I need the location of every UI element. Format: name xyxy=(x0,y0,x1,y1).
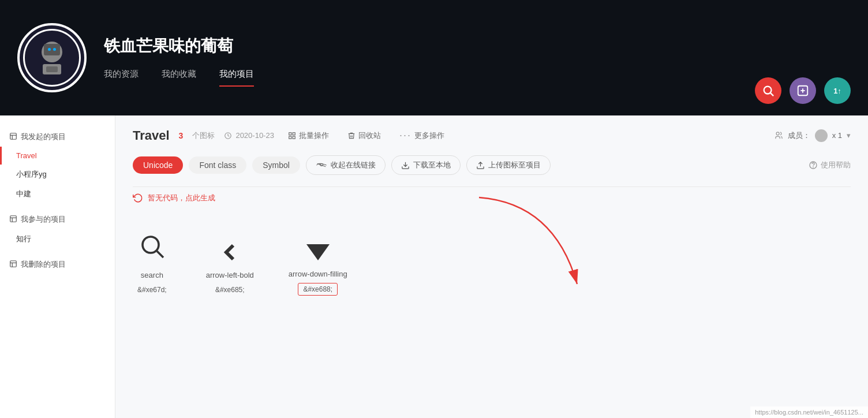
batch-label: 批量操作 xyxy=(299,130,329,141)
header: 铁血芒果味的葡萄 我的资源 我的收藏 我的项目 1↑ xyxy=(0,0,868,115)
user-button[interactable]: 1↑ xyxy=(824,77,851,104)
toolbar: Unicode Font class Symbol 收起在线链接 下载至本地 xyxy=(133,155,851,175)
svg-point-0 xyxy=(764,87,772,94)
code-notice-text: 暂无代码，点此生成 xyxy=(148,193,215,203)
user-initials: 1↑ xyxy=(833,87,841,95)
sidebar-participated-icon xyxy=(9,215,17,225)
code-notice[interactable]: 暂无代码，点此生成 xyxy=(133,193,851,203)
clock-icon xyxy=(224,132,232,140)
sidebar-item-zhixing[interactable]: 知行 xyxy=(0,229,115,249)
icon-item-arrow-left: arrow-left-bold &#xe685; xyxy=(206,238,254,296)
project-count: 3 xyxy=(179,131,184,140)
icon-code-arrow-down: &#xe688; xyxy=(298,283,338,296)
trash-icon xyxy=(347,132,356,140)
sidebar-item-zhongjian[interactable]: 中建 xyxy=(0,184,115,204)
members-section: 成员： x 1 ▾ xyxy=(775,129,851,142)
sidebar-section-participated: 我参与的项目 知行 xyxy=(0,210,115,249)
header-nav: 我的资源 我的收藏 我的项目 xyxy=(104,69,851,87)
icon-name-arrow-left: arrow-left-bold xyxy=(206,271,254,279)
search-button[interactable] xyxy=(755,77,781,104)
more-dots-icon: ··· xyxy=(399,129,411,141)
download-icon xyxy=(401,161,410,170)
content-area: Travel 3 个图标 2020-10-23 批量操作 xyxy=(115,115,868,418)
help-icon xyxy=(809,161,818,170)
sidebar-item-miniprogram[interactable]: 小程序yg xyxy=(0,165,115,184)
robot-eye-left xyxy=(48,48,51,51)
deleted-icon xyxy=(9,260,17,268)
project-header: Travel 3 个图标 2020-10-23 批量操作 xyxy=(133,127,851,144)
sidebar-section-title-participated[interactable]: 我参与的项目 xyxy=(0,210,115,229)
nav-item-projects[interactable]: 我的项目 xyxy=(219,69,254,87)
sidebar-section-title-deleted[interactable]: 我删除的项目 xyxy=(0,255,115,274)
upload-icon xyxy=(476,161,485,170)
robot-face xyxy=(44,44,60,55)
sidebar-section-initiated: 我发起的项目 Travel 小程序yg 中建 xyxy=(0,127,115,204)
svg-point-19 xyxy=(776,132,779,135)
add-project-button[interactable] xyxy=(790,77,816,104)
refresh-icon xyxy=(133,193,143,203)
svg-line-28 xyxy=(157,251,163,257)
svg-rect-16 xyxy=(293,132,295,135)
collapse-link-button[interactable]: 收起在线链接 xyxy=(306,155,386,175)
sidebar-item-travel-label: Travel xyxy=(16,151,37,160)
members-count: x 1 xyxy=(832,131,842,140)
svg-rect-5 xyxy=(10,133,17,139)
batch-action-button[interactable]: 批量操作 xyxy=(283,128,334,143)
robot-torso xyxy=(43,64,61,74)
help-label: 使用帮助 xyxy=(821,160,851,170)
eye-slash-icon xyxy=(316,162,327,169)
icon-code-search: &#xe67d; xyxy=(133,284,171,296)
sidebar-initiated-label: 我发起的项目 xyxy=(21,132,66,142)
search-icon xyxy=(762,84,775,97)
collapse-link-label: 收起在线链接 xyxy=(331,160,376,170)
trash-button[interactable]: 回收站 xyxy=(343,128,386,143)
search-symbol-icon xyxy=(138,232,166,266)
svg-point-25 xyxy=(813,167,814,167)
tab-symbol[interactable]: Symbol xyxy=(252,156,300,174)
tab-unicode[interactable]: Unicode xyxy=(133,156,183,174)
robot-head xyxy=(42,42,62,62)
help-button[interactable]: 使用帮助 xyxy=(809,160,851,170)
more-action-button[interactable]: ··· 更多操作 xyxy=(395,127,449,144)
avatar-ring xyxy=(23,29,81,87)
project-title: Travel xyxy=(133,128,170,143)
sidebar-section-deleted: 我删除的项目 xyxy=(0,255,115,274)
members-chevron-icon[interactable]: ▾ xyxy=(847,131,851,140)
robot-avatar xyxy=(42,42,62,74)
sidebar-initiated-icon xyxy=(9,132,17,142)
svg-line-20 xyxy=(317,163,326,166)
tab-fontclass[interactable]: Font class xyxy=(189,156,246,174)
project-count-label: 个图标 xyxy=(192,130,215,141)
sidebar-section-title-initiated[interactable]: 我发起的项目 xyxy=(0,127,115,147)
upload-button[interactable]: 上传图标至项目 xyxy=(466,155,551,175)
sidebar-item-zhixing-label: 知行 xyxy=(16,234,31,243)
icon-item-search: search &#xe67d; xyxy=(133,232,171,296)
sidebar-item-miniprogram-label: 小程序yg xyxy=(16,170,47,178)
svg-line-1 xyxy=(770,93,773,96)
sidebar-item-zhongjian-label: 中建 xyxy=(16,189,31,198)
download-button[interactable]: 下载至本地 xyxy=(391,155,461,175)
url-hint: https://blog.csdn.net/wei/in_4651125... xyxy=(750,406,868,418)
members-label: 成员： xyxy=(788,130,810,141)
icon-name-search: search xyxy=(141,271,163,279)
sidebar-item-travel[interactable]: Travel xyxy=(0,147,115,165)
member-avatar xyxy=(815,129,828,142)
icons-grid: search &#xe67d; arrow-left-bold &#xe685; xyxy=(133,221,851,307)
robot-eye-right xyxy=(53,48,56,51)
nav-item-favorites[interactable]: 我的收藏 xyxy=(162,69,196,87)
participated-icon xyxy=(9,215,17,223)
sidebar: 我发起的项目 Travel 小程序yg 中建 xyxy=(0,115,115,418)
sidebar-deleted-icon xyxy=(9,260,17,270)
more-label: 更多操作 xyxy=(414,130,444,141)
svg-point-27 xyxy=(143,237,159,253)
project-date: 2020-10-23 xyxy=(224,131,274,140)
robot-panel xyxy=(46,66,58,72)
svg-rect-18 xyxy=(293,136,295,139)
header-info: 铁血芒果味的葡萄 我的资源 我的收藏 我的项目 xyxy=(104,29,851,87)
svg-rect-17 xyxy=(289,136,291,139)
sidebar-participated-label: 我参与的项目 xyxy=(21,214,66,225)
project-date-value: 2020-10-23 xyxy=(235,131,274,140)
add-icon xyxy=(796,84,809,97)
nav-item-resources[interactable]: 我的资源 xyxy=(104,69,139,87)
avatar xyxy=(17,23,87,92)
